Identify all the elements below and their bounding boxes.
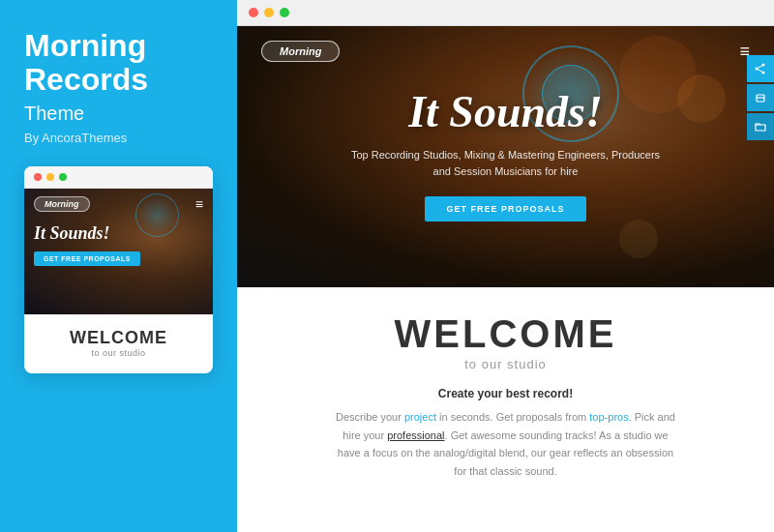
browser-bar: [237, 0, 774, 26]
mobile-menu-icon[interactable]: ≡: [195, 197, 203, 211]
mobile-logo: Morning: [34, 196, 90, 212]
desktop-welcome-section: WELCOME to our studio Create your best r…: [237, 287, 774, 532]
desktop-hero-content: It Sounds! Top Recording Studios, Mixing…: [237, 76, 774, 231]
theme-label: Theme: [24, 103, 213, 125]
left-panel: Morning Records Theme By AncoraThemes Mo…: [0, 0, 237, 532]
mobile-cta-button[interactable]: GET FREE PROPOSALS: [34, 251, 140, 266]
mobile-hero-heading: It Sounds!: [34, 223, 203, 244]
browser-content: Morning ≡ It Sounds! Top Recording Studi…: [237, 26, 774, 532]
mobile-welcome-section: WELCOME to our studio: [24, 314, 213, 373]
desktop-welcome-sub: to our studio: [295, 357, 716, 371]
right-panel: Morning ≡ It Sounds! Top Recording Studi…: [237, 0, 774, 532]
desktop-welcome-title: WELCOME: [295, 314, 716, 353]
sidebar-icon-share[interactable]: [747, 55, 774, 82]
author-label: By AncoraThemes: [24, 131, 213, 145]
desktop-cta-button[interactable]: GET FREE PROPOSALS: [425, 196, 585, 222]
mobile-nav: Morning ≡: [24, 189, 213, 220]
professional-link[interactable]: professional: [387, 429, 444, 441]
right-sidebar-icons: [747, 55, 774, 140]
mobile-welcome-sub: to our studio: [36, 348, 201, 358]
svg-line-3: [757, 65, 763, 69]
mobile-hero-section: Morning ≡ It Sounds! GET FREE PROPOSALS: [24, 189, 213, 314]
mobile-preview: Morning ≡ It Sounds! GET FREE PROPOSALS …: [24, 166, 213, 373]
top-pros-link[interactable]: top-pros: [589, 411, 628, 423]
mobile-window-bar: [24, 166, 213, 189]
project-link[interactable]: project: [404, 411, 436, 423]
sidebar-icon-edit[interactable]: [747, 84, 774, 111]
browser-dot-green: [280, 8, 289, 17]
browser-dot-yellow: [264, 8, 274, 17]
dot-yellow: [46, 173, 54, 181]
mobile-welcome-title: WELCOME: [36, 328, 201, 348]
svg-line-4: [757, 69, 763, 73]
desktop-hero-heading: It Sounds!: [314, 86, 697, 137]
desktop-welcome-body: Describe your project in seconds. Get pr…: [332, 408, 680, 481]
dot-green: [59, 173, 67, 181]
mobile-hero-content: It Sounds! GET FREE PROPOSALS: [24, 220, 213, 270]
sidebar-icon-folder[interactable]: [747, 113, 774, 140]
desktop-hero-section: Morning ≡ It Sounds! Top Recording Studi…: [237, 26, 774, 287]
page-title: Morning Records: [24, 29, 213, 97]
desktop-logo: Morning: [261, 41, 340, 62]
browser-dot-red: [249, 8, 258, 17]
desktop-nav: Morning ≡: [237, 26, 774, 76]
dot-red: [34, 173, 42, 181]
desktop-welcome-tagline: Create your best record!: [295, 387, 716, 400]
desktop-hero-sub: Top Recording Studios, Mixing & Masterin…: [314, 147, 697, 179]
